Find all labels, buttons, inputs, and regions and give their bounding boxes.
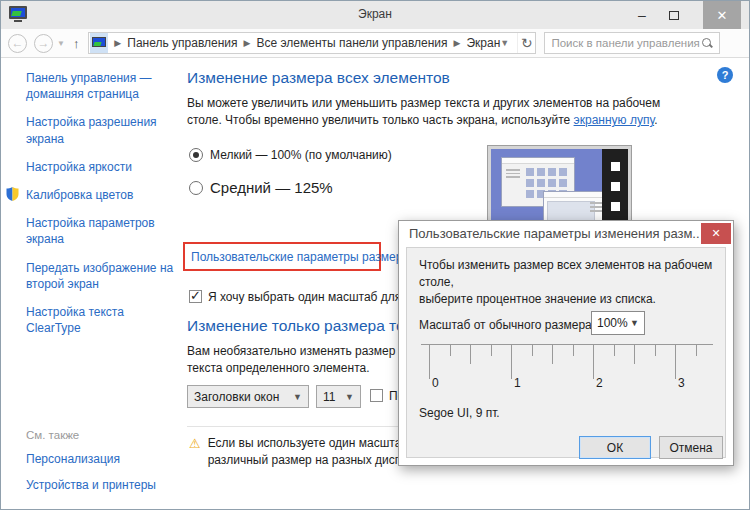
radio-small-100[interactable]: Мелкий — 100% (по умолчанию)	[189, 148, 392, 162]
section2-description: Вам необязательно изменять размер всех т…	[187, 343, 417, 378]
chevron-down-icon: ▼	[630, 318, 639, 328]
section2-description-line2: текста определенного элемента.	[187, 360, 417, 377]
display-icon	[92, 37, 106, 49]
chevron-right-icon: ▶	[454, 38, 461, 48]
section-title-resize-all: Изменение размера всех элементов	[187, 69, 450, 87]
sidebar-item-cleartype[interactable]: Настройка текста ClearType	[1, 304, 186, 336]
maximize-button[interactable]	[659, 1, 689, 29]
chevron-right-icon: ▶	[114, 38, 121, 48]
search-placeholder: Поиск в панели управления	[551, 37, 701, 49]
red-highlight-box: Пользовательские параметры размера	[183, 242, 381, 271]
ruler-label-2: 2	[596, 376, 603, 390]
uac-shield-icon	[6, 187, 19, 205]
description-period: .	[654, 113, 657, 127]
warning-icon: ⚠	[189, 435, 201, 470]
chevron-right-icon: ▶	[244, 38, 251, 48]
preview-text-lines	[506, 169, 520, 180]
minimize-button[interactable]: –	[627, 1, 657, 29]
dialog-close-button[interactable]: ✕	[701, 223, 731, 244]
ruler-label-3: 3	[678, 376, 685, 390]
history-dropdown-icon[interactable]: ▼	[57, 39, 65, 48]
title-bar: Экран – ✕	[1, 1, 749, 29]
one-scale-checkbox-row[interactable]: Я хочу выбрать один масштаб для всех	[189, 290, 429, 304]
radio-medium-125[interactable]: Средний — 125%	[189, 179, 333, 196]
sidebar-item-display-settings[interactable]: Настройка параметров экрана	[1, 215, 186, 247]
element-select[interactable]: Заголовки окон ▼	[187, 385, 309, 408]
sidebar-item-brightness[interactable]: Настройка яркости	[1, 159, 186, 175]
ruler-label-0: 0	[432, 376, 439, 390]
checkbox-unchecked-icon[interactable]	[370, 389, 383, 402]
element-select-value: Заголовки окон	[194, 390, 279, 404]
custom-size-link[interactable]: Пользовательские параметры размера	[185, 250, 409, 264]
sidebar: Панель управления — домашняя страница На…	[1, 58, 186, 509]
section2-description-line1: Вам необязательно изменять размер всех	[187, 343, 417, 360]
font-sample-label: Segoe UI, 9 пт.	[419, 406, 500, 420]
breadcrumb-icon-tile[interactable]	[90, 33, 108, 53]
search-input[interactable]: Поиск в панели управления	[544, 32, 720, 54]
radio-selected-icon[interactable]	[189, 148, 203, 162]
dialog-description-line2: выберите процентное значение из списка.	[419, 291, 724, 308]
magnifier-link[interactable]: экранную лупу	[574, 113, 655, 127]
breadcrumb-all-items[interactable]: Все элементы панели управления	[256, 36, 447, 50]
scale-percent-value: 100%	[597, 316, 628, 330]
chevron-down-icon: ▼	[345, 392, 354, 402]
section-divider	[187, 426, 399, 427]
forward-button[interactable]: →	[34, 34, 53, 53]
section-description: Вы можете увеличить или уменьшить размер…	[187, 95, 679, 130]
custom-sizing-dialog: Пользовательские параметры изменения раз…	[398, 220, 734, 466]
address-dropdown-icon[interactable]: ▼	[500, 38, 509, 48]
dialog-description: Чтобы изменить размер всех элементов на …	[419, 257, 724, 307]
font-size-select[interactable]: 11 ▼	[316, 385, 361, 408]
chevron-down-icon: ▼	[293, 392, 302, 402]
cancel-button[interactable]: Отмена	[659, 436, 723, 459]
sidebar-item-home[interactable]: Панель управления — домашняя страница	[1, 70, 186, 102]
preview-text-lines	[590, 202, 602, 214]
see-also-title: См. также	[1, 429, 186, 441]
sidebar-item-devices-printers[interactable]: Устройства и принтеры	[1, 477, 186, 493]
breadcrumb-display[interactable]: Экран	[466, 36, 500, 50]
checkbox-checked-icon[interactable]	[189, 290, 202, 303]
display-settings-window: Экран – ✕ ← → ▼ ↑ ▶ Панель управления ▶ …	[0, 0, 750, 510]
radio-unselected-icon[interactable]	[189, 181, 203, 195]
breadcrumb: ▶ Панель управления ▶ Все элементы панел…	[88, 32, 536, 54]
search-icon[interactable]	[701, 37, 713, 49]
font-size-select-value: 11	[323, 390, 335, 404]
sidebar-item-personalization[interactable]: Персонализация	[1, 451, 186, 467]
warning-line1: Если вы используете один масштаб, н	[208, 435, 422, 452]
back-button[interactable]: ←	[8, 34, 27, 53]
scale-label: Масштаб от обычного размера:	[419, 318, 595, 332]
preview-charms-bar	[602, 149, 628, 231]
scale-warning: ⚠ Если вы используете один масштаб, н ра…	[189, 435, 421, 470]
sidebar-item-color-calibration[interactable]: Калибровка цветов	[1, 187, 186, 203]
close-button[interactable]: ✕	[703, 1, 741, 29]
breadcrumb-control-panel[interactable]: Панель управления	[127, 36, 237, 50]
one-scale-checkbox-label: Я хочу выбрать один масштаб для всех	[208, 290, 429, 304]
address-bar: ← → ▼ ↑ ▶ Панель управления ▶ Все элемен…	[1, 29, 749, 58]
dialog-description-line1: Чтобы изменить размер всех элементов на …	[419, 257, 724, 291]
warning-line2: различный размер на разных дисплея	[208, 452, 422, 469]
maximize-icon	[669, 11, 679, 20]
refresh-icon[interactable]: ↻	[517, 33, 535, 53]
radio-medium-label: Средний — 125%	[210, 179, 333, 196]
dialog-panel: Чтобы изменить размер всех элементов на …	[406, 247, 726, 458]
sidebar-item-label: Калибровка цветов	[26, 188, 133, 202]
sidebar-item-second-screen[interactable]: Передать изображение на второй экран	[1, 260, 186, 292]
see-also-section: См. также Персонализация Устройства и пр…	[1, 429, 186, 493]
dialog-title: Пользовательские параметры изменения раз…	[409, 226, 699, 241]
ok-button[interactable]: ОК	[579, 436, 651, 459]
radio-small-label: Мелкий — 100% (по умолчанию)	[210, 148, 392, 162]
ruler: 0 1 2 3	[421, 344, 713, 400]
up-button[interactable]: ↑	[73, 36, 80, 51]
ruler-label-1: 1	[514, 376, 521, 390]
sidebar-item-resolution[interactable]: Настройка разрешения экрана	[1, 114, 186, 146]
scale-percent-select[interactable]: 100% ▼	[591, 311, 645, 335]
